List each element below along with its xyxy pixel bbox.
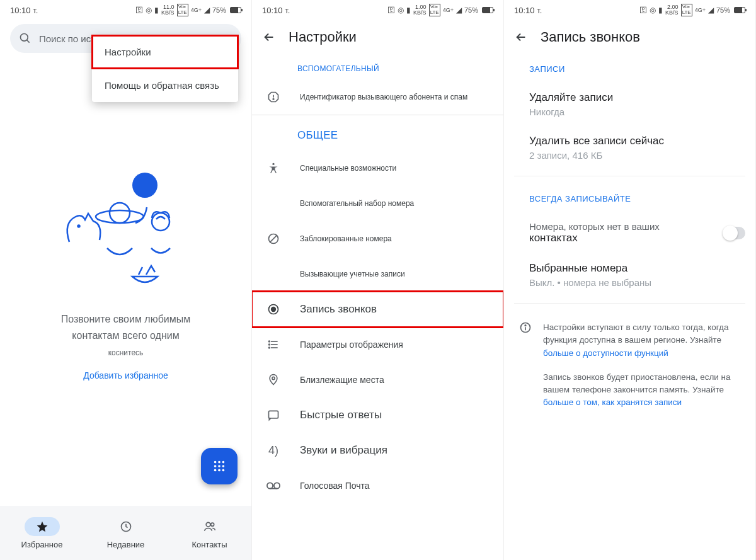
row-selected-numbers[interactable]: Выбранные номера Выкл. • номера не выбра… [514,253,745,297]
menu-settings[interactable]: Настройки [92,35,238,69]
row-calling-accounts[interactable]: Вызывающие учетные записи [252,256,503,292]
row-caller-id[interactable]: Идентификатор вызывающего абонента и спа… [252,79,503,115]
row-display-options[interactable]: Параметры отображения [252,327,503,362]
status-icons: ⚿ ◎ ▮ 11.0 KB/S Vo•LTE 4G+ ◢ 75% [135,4,241,16]
svg-point-21 [273,99,274,100]
divider [514,176,745,176]
row-label: Быстрые ответы [300,409,493,421]
kbs-label: KB/S [161,10,175,16]
dialpad-icon [212,459,226,473]
block-icon [267,232,280,245]
battery-pct: 75% [212,6,226,14]
unknown-l1: Номера, которых нет в ваших [529,221,715,232]
row-label: Запись звонков [300,303,493,316]
nav-recents[interactable]: Недавние [84,506,168,560]
nav-favorites-label: Избранное [21,540,63,549]
svg-rect-34 [269,411,278,418]
row-delete-all[interactable]: Удалить все записи сейчас 2 записи, 416 … [514,126,745,169]
svg-line-1 [27,40,30,43]
row-unknown-numbers[interactable]: Номера, которых нет в ваших контактах [514,212,745,253]
clock-icon [120,520,132,533]
status-time: 10:10 т. [262,6,290,15]
svg-point-22 [272,163,274,165]
row-sounds-vibration[interactable]: 4) Звуки и вибрация [252,433,503,468]
row-assisted-dial[interactable]: Вспомогательный набор номера [252,186,503,221]
svg-point-15 [222,469,225,472]
nav-favorites[interactable]: Избранное [0,506,84,560]
record-icon [267,303,280,316]
row-secondary: Никогда [529,106,745,117]
svg-point-9 [222,461,225,464]
info-text: вашем телефоне закончится память. Узнайт… [543,385,724,394]
row-blocked-numbers[interactable]: Заблокированные номера [252,221,503,256]
phone-screen-favorites: 10:10 т. ⚿ ◎ ▮ 11.0 KB/S Vo•LTE 4G+ ◢ 75… [0,0,252,560]
status-icons: ⚿ ◎ ▮ 2.00 KB/S Vo•LTE 4G+ ◢ 75% [639,4,745,16]
row-nearby-places[interactable]: Близлежащие места [252,362,503,397]
svg-point-3 [77,226,79,227]
svg-point-10 [214,465,217,467]
info-link-availability[interactable]: больше о доступности функций [543,348,668,358]
nav-recents-label: Недавние [107,540,145,549]
signal-label: 4G+ [191,7,202,13]
back-arrow-icon[interactable] [514,30,528,44]
info-text: Запись звонков будет приостановлена, есл… [543,372,731,382]
location-icon [267,374,280,386]
svg-point-7 [214,461,217,464]
status-icons: ⚿ ◎ ▮ 1.00 KB/S Vo•LTE 4G+ ◢ 75% [387,4,493,16]
page-title: Настройки [289,29,357,45]
menu-help-feedback[interactable]: Помощь и обратная связь [92,69,238,102]
svg-point-12 [222,465,225,467]
hotspot-icon: ◎ [650,6,656,14]
section-always-record-label: ВСЕГДА ЗАПИСЫВАЙТЕ [514,183,745,212]
row-accessibility[interactable]: Специальные возможности [252,151,503,186]
nav-contacts[interactable]: Контакты [168,506,251,560]
hotspot-icon: ◎ [146,6,152,14]
svg-point-30 [269,341,270,342]
volte-badge: Vo•LTE [681,4,692,16]
svg-point-33 [272,377,275,379]
row-label: Заблокированные номера [300,234,493,243]
info-link-storage[interactable]: больше о том, как хранятся записи [543,397,682,407]
row-delete-records[interactable]: Удаляйте записи Никогда [514,83,745,126]
svg-point-32 [269,347,270,348]
toggle-unknown-numbers[interactable] [723,227,745,239]
section-records-label: ЗАПИСИ [514,53,745,83]
svg-point-4 [96,210,144,223]
dialpad-fab[interactable] [201,448,238,484]
hero-line2: контактам всего одним [61,328,191,344]
status-bar: 10:10 т. ⚿ ◎ ▮ 2.00 KB/S Vo•LTE 4G+ ◢ 75… [504,0,755,20]
nav-contacts-label: Контакты [192,540,227,549]
back-arrow-icon[interactable] [262,30,276,44]
svg-point-40 [525,325,526,326]
sound-icon: 4) [265,444,282,457]
battery-icon [482,7,493,13]
row-call-recording[interactable]: Запись звонков [252,292,503,327]
row-primary: Удаляйте записи [529,91,745,104]
recording-header: Запись звонков [504,20,755,53]
list-icon [267,338,280,351]
add-favorite-link[interactable]: Добавить избранное [83,370,168,380]
svg-line-24 [270,235,277,243]
svg-point-35 [267,483,273,488]
row-voicemail[interactable]: Голосовая Почта [252,468,503,503]
row-secondary: 2 записи, 416 КБ [529,150,745,161]
status-time: 10:10 т. [514,6,542,15]
row-label: Идентификатор вызывающего абонента и спа… [300,93,493,101]
hero-line1: Позвоните своим любимым [61,311,191,328]
row-quick-replies[interactable]: Быстрые ответы [252,397,503,433]
svg-point-13 [214,469,217,472]
volte-badge: Vo•LTE [429,4,440,16]
svg-point-17 [206,522,210,527]
signal-icon: ◢ [204,6,210,14]
people-illustration [50,166,202,292]
svg-point-31 [269,344,270,345]
svg-point-18 [210,523,214,526]
info-icon [519,321,532,334]
status-bar: 10:10 т. ⚿ ◎ ▮ 1.00 KB/S Vo•LTE 4G+ ◢ 75… [252,0,503,20]
chat-icon [267,409,280,421]
row-secondary: Выкл. • номера не выбраны [529,277,745,288]
svg-point-14 [218,469,220,472]
signal-icon: ◢ [708,6,714,14]
svg-point-5 [110,203,130,223]
people-icon [203,520,217,533]
